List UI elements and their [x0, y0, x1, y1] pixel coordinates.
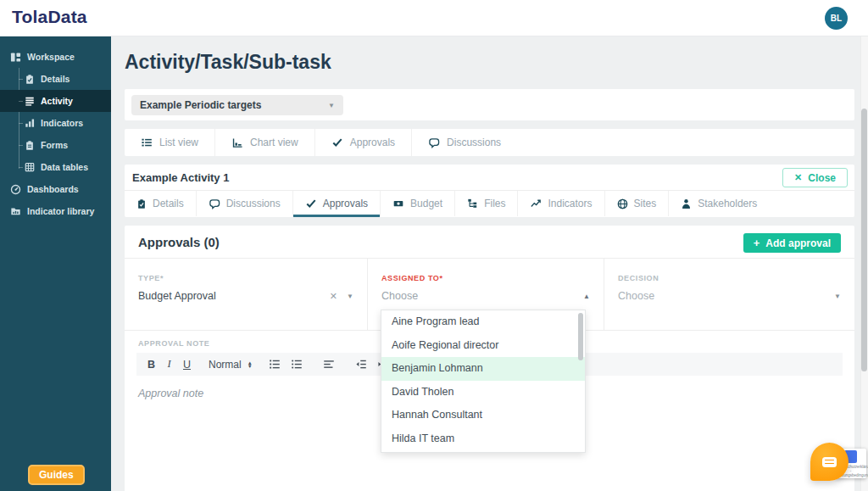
dropdown-scrollbar-thumb[interactable] — [578, 313, 583, 360]
page-title: Activity/Task/Sub-task — [125, 51, 331, 74]
tab-sites[interactable]: Sites — [605, 191, 670, 216]
type-label: TYPE* — [138, 274, 353, 282]
sidebar-item-indicators[interactable]: Indicators — [0, 112, 111, 134]
tab-chart-view[interactable]: Chart view — [215, 129, 315, 156]
paragraph-style-value: Normal — [209, 359, 242, 371]
list-view-icon — [141, 137, 153, 148]
sidebar-item-indicator-library[interactable]: Indicator library — [0, 200, 111, 222]
sidebar-item-details[interactable]: Details — [0, 68, 111, 90]
dropdown-option[interactable]: David Tholen — [381, 381, 585, 405]
tab-label: Discussions — [447, 137, 501, 148]
sidebar-nav: Workspace Details Activity Indicators Fo — [0, 36, 111, 491]
check-icon — [331, 137, 343, 148]
dropdown-option[interactable]: Aine Program lead — [381, 310, 585, 334]
dropdown-scrollbar[interactable] — [576, 310, 585, 452]
sidebar-item-label: Activity — [41, 96, 73, 106]
program-selector-card: Example Periodic targets ▼ — [125, 89, 854, 120]
guides-button[interactable]: Guides — [28, 465, 85, 485]
chat-bubble-icon — [822, 457, 837, 467]
assigned-to-dropdown: Aine Program lead Aoife Regional directo… — [381, 310, 586, 453]
tab-approvals[interactable]: Approvals — [293, 191, 381, 216]
tab-approvals-view[interactable]: Approvals — [315, 129, 412, 156]
page-scrollbar-thumb[interactable] — [861, 109, 867, 371]
sidebar-item-label: Data tables — [41, 162, 88, 172]
view-tabs-bar: List view Chart view Approvals Discussio… — [125, 129, 854, 156]
decision-column: DECISION Choose ▼ — [604, 259, 854, 330]
decision-label: DECISION — [618, 274, 841, 282]
dropdown-option[interactable]: Aoife Regional director — [381, 334, 585, 358]
add-approval-button[interactable]: + Add approval — [743, 233, 841, 253]
person-icon — [681, 198, 692, 209]
sidebar-item-activity[interactable]: Activity — [0, 90, 111, 112]
dropdown-option[interactable]: Hilda IT team — [381, 427, 585, 451]
sidebar-item-label: Workspace — [27, 52, 75, 62]
activity-title: Example Activity 1 — [132, 171, 229, 184]
tab-discussions[interactable]: Discussions — [197, 191, 293, 216]
page-scrollbar[interactable] — [860, 36, 868, 491]
data-tables-icon — [25, 162, 35, 172]
chevron-down-icon: ▼ — [834, 293, 841, 300]
underline-button[interactable]: U — [179, 357, 195, 372]
check-icon — [305, 198, 317, 209]
tab-list-view[interactable]: List view — [125, 129, 215, 156]
bold-button[interactable]: B — [143, 357, 159, 372]
tab-details[interactable]: Details — [125, 191, 197, 216]
bullet-list-button[interactable] — [287, 359, 307, 370]
paragraph-style-select[interactable]: Normal ▲▼ — [209, 359, 253, 371]
workspace-icon — [10, 52, 21, 63]
ordered-list-button[interactable] — [264, 359, 285, 370]
tab-label: Indicators — [548, 198, 592, 209]
sidebar-item-label: Indicators — [41, 118, 83, 128]
sidebar-item-forms[interactable]: Forms — [0, 134, 111, 156]
indicators-icon — [25, 118, 35, 128]
close-icon: ✕ — [794, 172, 802, 183]
sidebar-item-data-tables[interactable]: Data tables — [0, 156, 111, 178]
activity-tabs-bar: Details Discussions Approvals Budget — [125, 191, 854, 216]
decision-select[interactable]: Choose ▼ — [618, 290, 841, 302]
sidebar-item-workspace[interactable]: Workspace — [0, 46, 111, 68]
details-icon — [136, 198, 147, 209]
discussions-icon — [209, 198, 220, 209]
updown-icon: ▲▼ — [248, 361, 253, 368]
type-column: TYPE* Budget Approval ✕ ▼ — [125, 259, 368, 330]
assigned-to-placeholder: Choose — [381, 290, 418, 302]
tab-label: Sites — [634, 198, 657, 209]
program-select[interactable]: Example Periodic targets ▼ — [131, 95, 343, 115]
decision-placeholder: Choose — [618, 290, 654, 302]
indicator-library-icon — [10, 206, 21, 216]
tab-label: Details — [153, 198, 184, 209]
sidebar-item-dashboards[interactable]: Dashboards — [0, 178, 111, 200]
chat-widget-button[interactable] — [810, 443, 849, 481]
type-select[interactable]: Budget Approval ✕ ▼ — [138, 290, 353, 302]
tab-budget[interactable]: Budget — [381, 191, 455, 216]
toladata-logo[interactable]: TolaData — [12, 7, 87, 27]
outdent-button[interactable] — [351, 359, 371, 370]
add-approval-label: Add approval — [765, 237, 831, 249]
italic-button[interactable]: I — [161, 356, 177, 372]
dropdown-option-highlighted[interactable]: Benjamin Lohmann — [381, 357, 585, 381]
close-button[interactable]: ✕ Close — [782, 168, 848, 187]
tab-discussions-view[interactable]: Discussions — [412, 129, 517, 156]
approvals-header: Approvals (0) + Add approval — [125, 226, 854, 259]
approvals-heading: Approvals (0) — [138, 235, 220, 249]
tab-label: Budget — [410, 198, 442, 209]
align-button[interactable] — [319, 359, 339, 370]
user-avatar[interactable]: BL — [825, 7, 848, 30]
top-header: TolaData BL — [0, 0, 868, 36]
clear-icon[interactable]: ✕ — [330, 291, 337, 302]
tab-label: Approvals — [350, 137, 395, 148]
tab-label: Chart view — [250, 137, 298, 148]
tab-label: Approvals — [323, 198, 368, 209]
close-label: Close — [808, 172, 836, 184]
tab-stakeholders[interactable]: Stakeholders — [669, 191, 769, 216]
dashboards-icon — [10, 184, 21, 195]
chevron-down-icon[interactable]: ▼ — [347, 293, 353, 300]
assigned-to-select[interactable]: Choose ▲ — [381, 290, 590, 302]
forms-icon — [25, 140, 35, 151]
tab-indicators[interactable]: Indicators — [518, 191, 604, 216]
tab-files[interactable]: Files — [455, 191, 518, 216]
chevron-up-icon[interactable]: ▲ — [583, 293, 590, 300]
sidebar-item-label: Indicator library — [27, 206, 94, 216]
dropdown-option[interactable]: Hannah Consultant — [381, 404, 585, 427]
dropdown-option-clipped[interactable]: Jana Program lead — [381, 450, 585, 453]
